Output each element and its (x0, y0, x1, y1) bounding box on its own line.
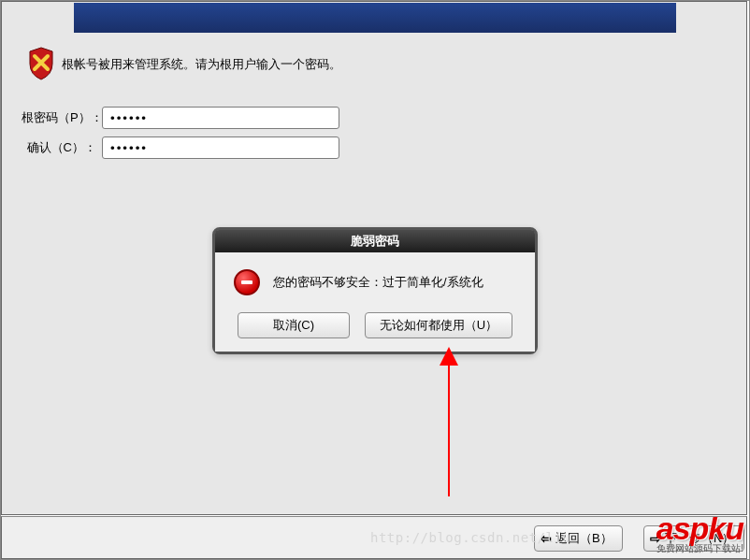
cancel-button[interactable]: 取消(C) (238, 312, 350, 338)
instruction-text: 根帐号被用来管理系统。请为根用户输入一个密码。 (62, 56, 436, 73)
root-password-input[interactable] (102, 107, 339, 129)
confirm-password-input[interactable] (102, 136, 339, 159)
dialog-title: 脆弱密码 (215, 230, 535, 252)
header-banner (74, 3, 676, 33)
arrow-left-icon: ⇦ (541, 531, 552, 546)
next-button[interactable]: ⇨ 下一步（N） (643, 525, 744, 552)
back-button[interactable]: ⇦ 返回（B） (534, 525, 623, 552)
back-label: 返回（B） (555, 530, 613, 547)
next-label: 下一步（N） (665, 530, 734, 547)
installer-main: 根帐号被用来管理系统。请为根用户输入一个密码。 根密码（P）： 确认（C）： 脆… (1, 1, 747, 515)
confirm-label: 确认（C）： (22, 139, 102, 156)
weak-password-dialog: 脆弱密码 您的密码不够安全：过于简单化/系统化 取消(C) 无论如何都使用（U） (212, 227, 538, 354)
arrow-right-icon: ⇨ (650, 531, 661, 546)
dialog-body: 您的密码不够安全：过于简单化/系统化 取消(C) 无论如何都使用（U） (215, 252, 535, 352)
dialog-message: 您的密码不够安全：过于简单化/系统化 (273, 274, 483, 291)
annotation-arrow (440, 347, 458, 496)
error-icon (234, 269, 260, 295)
password-label: 根密码（P）： (22, 109, 102, 126)
confirm-row: 确认（C）： (22, 136, 339, 159)
password-row: 根密码（P）： (22, 107, 339, 129)
bottom-bar: ⇦ 返回（B） ⇨ 下一步（N） (1, 516, 747, 559)
use-anyway-button[interactable]: 无论如何都使用（U） (365, 312, 512, 338)
shield-icon (28, 47, 54, 80)
